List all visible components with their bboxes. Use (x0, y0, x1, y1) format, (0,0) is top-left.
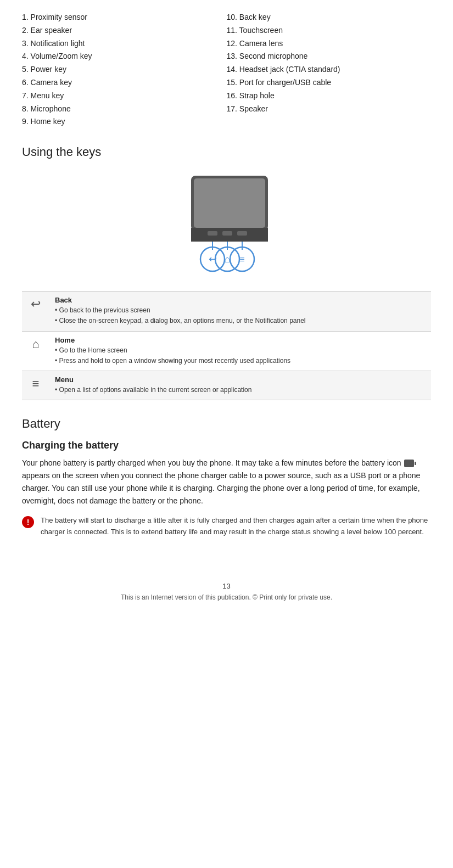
svg-rect-3 (208, 231, 217, 236)
left-column-item: 4. Volume/Zoom key (22, 50, 227, 63)
page-footer: 13 This is an Internet version of this p… (22, 571, 431, 601)
keys-table: ↩BackGo back to the previous screenClose… (22, 291, 431, 400)
key-content: MenuOpen a list of options available in … (49, 371, 431, 400)
battery-icon (404, 460, 414, 467)
note-text: The battery will start to discharge a li… (41, 515, 431, 538)
key-description-item: Press and hold to open a window showing … (55, 356, 426, 366)
svg-rect-4 (222, 231, 232, 236)
right-column-item: 16. Strap hole (227, 89, 432, 103)
right-column-item: 10. Back key (227, 11, 432, 24)
back-icon: ↩ (22, 292, 49, 331)
note-exclamation-icon: ! (22, 516, 34, 528)
key-content: HomeGo to the Home screenPress and hold … (49, 331, 431, 371)
component-list: 1. Proximity sensor2. Ear speaker3. Noti… (22, 11, 431, 128)
key-descriptions: Go back to the previous screenClose the … (55, 305, 426, 326)
home-icon: ⌂ (22, 331, 49, 371)
charging-body-text: Your phone battery is partly charged whe… (22, 457, 431, 507)
key-row: ⌂HomeGo to the Home screenPress and hold… (22, 331, 431, 371)
right-column-item: 11. Touchscreen (227, 24, 432, 37)
key-label: Home (55, 336, 426, 344)
key-content: BackGo back to the previous screenClose … (49, 292, 431, 331)
svg-rect-5 (237, 231, 247, 236)
key-label: Back (55, 296, 426, 304)
using-keys-title: Using the keys (22, 145, 431, 159)
right-column-item: 13. Second microphone (227, 50, 432, 63)
right-column-item: 15. Port for charger/USB cable (227, 76, 432, 89)
key-description-item: Go back to the previous screen (55, 305, 426, 316)
using-keys-section: Using the keys ↩ ⌂ ≡ (22, 145, 431, 400)
back-icon: ↩ (31, 297, 41, 311)
right-column: 10. Back key11. Touchscreen12. Camera le… (227, 11, 432, 128)
left-column: 1. Proximity sensor2. Ear speaker3. Noti… (22, 11, 227, 128)
right-column-item: 12. Camera lens (227, 37, 432, 51)
left-column-item: 1. Proximity sensor (22, 11, 227, 24)
phone-svg: ↩ ⌂ ≡ (161, 170, 293, 280)
key-descriptions: Go to the Home screenPress and hold to o… (55, 345, 426, 366)
right-column-item: 14. Headset jack (CTIA standard) (227, 63, 432, 76)
key-label: Menu (55, 376, 426, 384)
key-row: ≡MenuOpen a list of options available in… (22, 371, 431, 400)
key-descriptions: Open a list of options available in the … (55, 385, 426, 395)
key-row: ↩BackGo back to the previous screenClose… (22, 292, 431, 331)
left-column-item: 8. Microphone (22, 103, 227, 116)
charging-title: Charging the battery (22, 440, 431, 451)
key-description-item: Close the on-screen keypad, a dialog box… (55, 316, 426, 326)
page-number: 13 (22, 582, 431, 590)
left-column-item: 9. Home key (22, 115, 227, 128)
key-description-item: Go to the Home screen (55, 345, 426, 356)
battery-section: Battery Charging the battery Your phone … (22, 417, 431, 538)
key-description-item: Open a list of options available in the … (55, 385, 426, 395)
note-row: ! The battery will start to discharge a … (22, 515, 431, 538)
right-column-item: 17. Speaker (227, 103, 432, 116)
left-column-item: 5. Power key (22, 63, 227, 76)
battery-title: Battery (22, 417, 431, 431)
left-column-item: 2. Ear speaker (22, 24, 227, 37)
home-icon: ⌂ (32, 337, 39, 351)
left-column-item: 3. Notification light (22, 37, 227, 51)
menu-icon: ≡ (32, 377, 40, 390)
footer-text: This is an Internet version of this publ… (22, 593, 431, 601)
left-column-item: 6. Camera key (22, 76, 227, 89)
phone-illustration-container: ↩ ⌂ ≡ (22, 170, 431, 280)
svg-rect-1 (194, 178, 265, 228)
left-column-item: 7. Menu key (22, 89, 227, 103)
menu-icon: ≡ (22, 371, 49, 400)
svg-text:≡: ≡ (239, 255, 244, 264)
